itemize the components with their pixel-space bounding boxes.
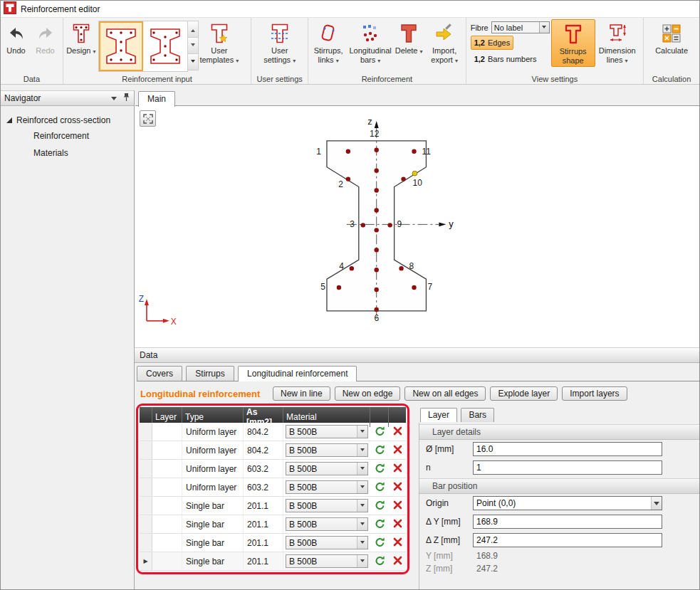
table-row[interactable]: Single bar 201.1 B 500B: [140, 497, 406, 515]
tree-item-materials[interactable]: Materials: [1, 144, 134, 162]
row-selector[interactable]: [140, 441, 152, 459]
delete-row-button[interactable]: [393, 482, 402, 493]
rebar-dot[interactable]: [375, 208, 379, 212]
explode-layer-button[interactable]: Explode layer: [490, 386, 558, 401]
pin-icon[interactable]: [122, 93, 130, 104]
row-selector[interactable]: [140, 497, 152, 515]
material-combobox[interactable]: B 500B: [286, 499, 368, 512]
longitudinal-bars-button[interactable]: Longitudinal bars ▾: [348, 19, 393, 65]
fibre-select[interactable]: No label: [491, 21, 550, 33]
tab-stirrups[interactable]: Stirrups: [186, 366, 234, 381]
rebar-dot[interactable]: [375, 228, 379, 232]
import-layers-button[interactable]: Import layers: [562, 386, 627, 401]
delete-row-button[interactable]: [393, 519, 402, 530]
value-input[interactable]: 168.9: [473, 515, 662, 529]
refresh-button[interactable]: [375, 481, 385, 494]
table-row[interactable]: Uniform layer 804.2 B 500B: [140, 423, 406, 441]
row-selector[interactable]: [140, 478, 152, 496]
rebar-dot[interactable]: [401, 177, 405, 181]
tab-covers[interactable]: Covers: [137, 366, 182, 381]
rebar-dot[interactable]: [412, 149, 416, 154]
refresh-button[interactable]: [375, 426, 385, 438]
template-item-1[interactable]: [99, 21, 143, 71]
refresh-button[interactable]: [375, 463, 385, 475]
rebar-dot[interactable]: [346, 149, 350, 154]
tree-item-reinforced-cross-section[interactable]: Reinforced cross-section: [1, 113, 134, 127]
tab-longitudinal-reinforcement[interactable]: Longitudinal reinforcement: [238, 366, 357, 381]
user-settings-button[interactable]: User settings ▾: [258, 19, 302, 65]
import-export-button[interactable]: Import, export ▾: [424, 19, 464, 65]
cross-section-canvas[interactable]: z y 123456789101112 Z X: [135, 106, 699, 347]
zoom-extents-button[interactable]: [140, 110, 156, 127]
material-combobox[interactable]: B 500B: [286, 517, 368, 531]
row-selector[interactable]: [140, 515, 152, 533]
stirrups-shape-toggle[interactable]: Stirrups shape: [551, 19, 595, 67]
table-row[interactable]: Single bar 201.1 B 500B: [140, 515, 406, 534]
refresh-button[interactable]: [375, 500, 385, 512]
navigator-dropdown-icon[interactable]: [111, 97, 117, 103]
rebar-dot[interactable]: [412, 285, 416, 290]
user-templates-button[interactable]: User templates ▾: [199, 19, 240, 65]
tree-expander-icon[interactable]: [6, 117, 12, 123]
design-button[interactable]: Design ▾: [64, 19, 98, 57]
delete-row-button[interactable]: [393, 556, 402, 567]
table-row[interactable]: Uniform layer 804.2 B 500B: [140, 441, 406, 460]
material-combobox[interactable]: B 500B: [286, 554, 368, 568]
redo-button[interactable]: Redo: [31, 19, 60, 57]
edges-toggle[interactable]: 1,2 Edges: [471, 36, 514, 50]
material-combobox[interactable]: B 500B: [286, 443, 368, 457]
table-row[interactable]: Uniform layer 603.2 B 500B: [140, 478, 406, 497]
calculate-button[interactable]: Calculate: [647, 19, 696, 57]
rebar-dot[interactable]: [387, 223, 392, 227]
new-in-line-button[interactable]: New in line: [273, 386, 330, 401]
delete-button[interactable]: Delete ▾: [393, 19, 424, 57]
rebar-dot[interactable]: [375, 307, 379, 312]
row-selector[interactable]: [140, 534, 152, 552]
refresh-button[interactable]: [375, 444, 385, 457]
rebar-dot[interactable]: [337, 285, 341, 290]
material-combobox[interactable]: B 500B: [286, 536, 368, 549]
table-row[interactable]: Single bar 201.1 B 500B: [140, 552, 406, 571]
material-combobox[interactable]: B 500B: [286, 462, 368, 475]
tab-bars[interactable]: Bars: [461, 408, 494, 422]
gallery-expand-button[interactable]: [188, 54, 198, 70]
gallery-scroll-down-button[interactable]: [188, 38, 198, 54]
template-item-2[interactable]: [143, 21, 187, 71]
refresh-button[interactable]: [375, 537, 385, 549]
rebar-dot[interactable]: [346, 177, 350, 181]
origin-select[interactable]: Point (0,0): [473, 496, 662, 510]
rebar-dot[interactable]: [375, 168, 379, 172]
row-selector[interactable]: [140, 423, 152, 441]
material-combobox[interactable]: B 500B: [286, 480, 368, 494]
rebar-dot[interactable]: [361, 223, 365, 227]
tab-layer[interactable]: Layer: [420, 408, 457, 422]
tab-main[interactable]: Main: [138, 91, 175, 107]
refresh-button[interactable]: [375, 518, 385, 531]
table-row[interactable]: Single bar 201.1 B 500B: [140, 534, 406, 552]
rebar-dot[interactable]: [375, 288, 379, 292]
delete-row-button[interactable]: [393, 463, 402, 475]
tree-item-reinforcement[interactable]: Reinforcement: [1, 127, 134, 144]
row-selector[interactable]: [140, 552, 152, 570]
value-input[interactable]: 247.2: [473, 533, 662, 547]
rebar-dot[interactable]: [375, 248, 379, 252]
rebar-dot[interactable]: [375, 188, 379, 192]
rebar-dot[interactable]: [375, 148, 379, 152]
stirrups-links-button[interactable]: Stirrups, links ▾: [309, 19, 348, 65]
rebar-dot[interactable]: [350, 266, 354, 270]
new-on-edge-button[interactable]: New on edge: [335, 386, 401, 401]
value-input[interactable]: 16.0: [473, 442, 662, 456]
rebar-dot[interactable]: [399, 266, 403, 270]
selected-rebar-dot[interactable]: [412, 171, 417, 176]
gallery-scroll-up-button[interactable]: [188, 21, 198, 38]
new-on-all-edges-button[interactable]: New on all edges: [404, 386, 486, 401]
delete-row-button[interactable]: [393, 500, 402, 512]
bars-numbers-toggle[interactable]: 1,2 Bars numbers: [471, 52, 540, 66]
rebar-dot[interactable]: [375, 268, 379, 272]
dimension-lines-button[interactable]: Dimension lines ▾: [595, 19, 639, 65]
delete-row-button[interactable]: [393, 426, 402, 438]
table-row[interactable]: Uniform layer 603.2 B 500B: [140, 460, 406, 478]
row-selector[interactable]: [140, 460, 152, 478]
refresh-button[interactable]: [375, 555, 385, 568]
delete-row-button[interactable]: [393, 445, 402, 456]
